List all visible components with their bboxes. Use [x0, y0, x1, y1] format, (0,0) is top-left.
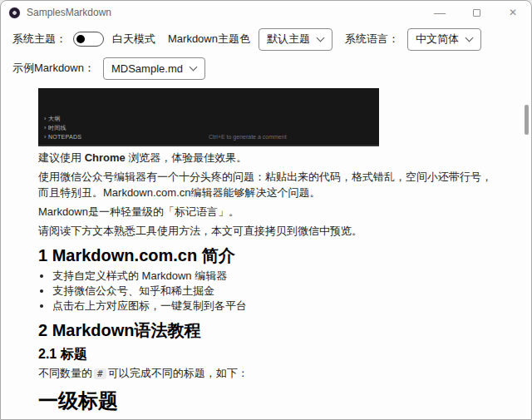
close-button[interactable]: ✕: [495, 1, 531, 24]
minimize-button[interactable]: —: [421, 1, 458, 24]
sample-toolbar: 示例Markdown： MDSample.md: [1, 54, 531, 82]
screenshot-sidebar-item: › 大纲: [44, 114, 81, 123]
md-theme-select[interactable]: 默认主题: [259, 28, 332, 51]
markdown-preview: › 大纲 › 时间线 › NOTEPADS Ctrl+E to generate…: [1, 82, 531, 420]
md-theme-label: Markdown主题色: [168, 32, 250, 47]
sample-md-value: MDSample.md: [111, 62, 183, 75]
language-label: 系统语言：: [345, 32, 399, 47]
paragraph-markdown-def: Markdown是一种轻量级的「标记语言」。: [38, 204, 500, 220]
vertical-scrollbar[interactable]: [525, 105, 529, 135]
heading-title-section: 2.1 标题: [38, 347, 500, 362]
language-select[interactable]: 中文简体: [407, 28, 481, 51]
language-value: 中文简体: [416, 32, 459, 47]
text-run-bold: Chrome: [85, 151, 126, 164]
screenshot-hint-text: Ctrl+E to generate a comment: [209, 134, 287, 140]
maximize-button[interactable]: [458, 1, 495, 24]
paragraph-wechat-problem: 使用微信公众号编辑器有一个十分头疼的问题：粘贴出来的代码，格式错乱，空间小还带行…: [38, 169, 500, 200]
text-run: 可以完成不同的标题，如下：: [108, 367, 249, 379]
paragraph-read-below: 请阅读下方文本熟悉工具使用方法，本文可直接拷贝到微信中预览。: [38, 223, 500, 239]
md-theme-value: 默认主题: [267, 32, 310, 47]
feature-list: 支持自定义样式的 Markdown 编辑器 支持微信公众号、知乎和稀土掘金 点击…: [40, 269, 500, 314]
sample-md-label: 示例Markdown：: [12, 61, 95, 76]
paragraph-hash-usage: 不同数量的#可以完成不同的标题，如下：: [38, 365, 500, 382]
titlebar: SamplesMarkdown — ✕: [1, 1, 531, 24]
chevron-down-icon: [317, 34, 325, 42]
toggle-knob-icon: [76, 35, 85, 43]
heading-level1-sample: 一级标题: [38, 389, 500, 413]
screenshot-sidebar: › 大纲 › 时间线 › NOTEPADS: [44, 114, 81, 141]
heading-syntax: 2 Markdown语法教程: [38, 320, 500, 340]
paragraph-browser-tip: 建议使用 Chrome 浏览器，体验最佳效果。: [38, 150, 500, 166]
screenshot-sidebar-item: › 时间线: [44, 123, 81, 132]
sample-md-select[interactable]: MDSample.md: [103, 57, 205, 80]
minimize-icon: —: [434, 10, 446, 15]
settings-toolbar: 系统主题： 白天模式 Markdown主题色 默认主题 系统语言： 中文简体: [1, 26, 531, 52]
chevron-down-icon: [466, 34, 474, 42]
heading-intro: 1 Markdown.com.cn 简介: [38, 245, 500, 265]
window-controls: — ✕: [421, 1, 531, 24]
app-logo-icon: [9, 7, 20, 18]
list-item: 支持自定义样式的 Markdown 编辑器: [52, 269, 500, 284]
text-run: 不同数量的: [38, 367, 92, 379]
editor-screenshot-image: › 大纲 › 时间线 › NOTEPADS Ctrl+E to generate…: [38, 88, 379, 146]
theme-mode-label: 白天模式: [112, 32, 155, 47]
window-title: SamplesMarkdown: [27, 7, 111, 18]
chevron-down-icon: [189, 63, 197, 72]
text-run: 浏览器，体验最佳效果。: [126, 151, 248, 164]
app-window: SamplesMarkdown — ✕ 系统主题： 白天模式 Markdown主…: [0, 0, 532, 420]
inline-code: #: [94, 368, 106, 379]
close-icon: ✕: [509, 7, 517, 18]
theme-toggle[interactable]: [73, 32, 104, 47]
maximize-icon: [473, 9, 480, 17]
list-item: 支持微信公众号、知乎和稀土掘金: [52, 284, 500, 299]
screenshot-sidebar-item: › NOTEPADS: [44, 132, 81, 141]
text-run: 建议使用: [38, 151, 85, 164]
system-theme-label: 系统主题：: [12, 32, 66, 47]
list-item: 点击右上方对应图标，一键复制到各平台: [52, 299, 500, 314]
